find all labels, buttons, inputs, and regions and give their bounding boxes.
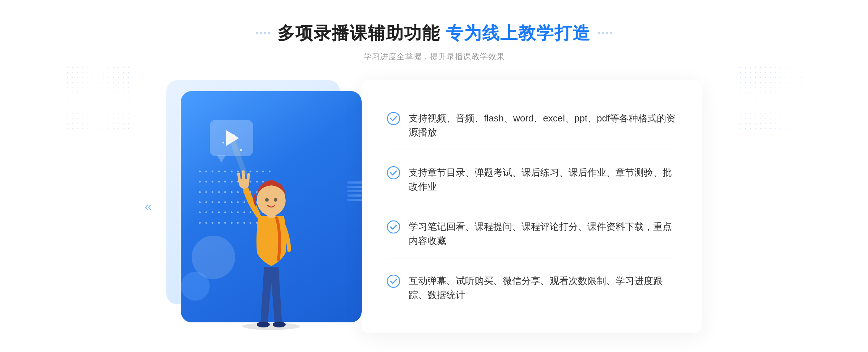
title-decorator-right: [598, 32, 612, 34]
left-arrow-deco: «: [145, 200, 152, 213]
svg-point-10: [387, 221, 400, 233]
stripe-line-2: [347, 186, 363, 188]
svg-point-2: [273, 322, 286, 327]
features-panel: 支持视频、音频、flash、word、excel、ppt、pdf等各种格式的资源…: [362, 80, 702, 333]
svg-point-6: [265, 198, 269, 202]
svg-point-8: [387, 112, 400, 125]
person-illustration: [221, 129, 322, 333]
dot-pattern-right: [738, 65, 803, 130]
feature-item-3: 学习笔记回看、课程提问、课程评论打分、课件资料下载，重点内容收藏: [387, 210, 676, 258]
check-icon-2: [387, 166, 400, 179]
svg-point-9: [387, 167, 400, 179]
feature-item-4: 互动弹幕、试听购买、微信分享、观看次数限制、学习进度跟踪、数据统计: [387, 264, 676, 312]
dot-pattern-left: [65, 65, 130, 130]
svg-point-0: [242, 323, 300, 330]
check-icon-3: [387, 220, 400, 233]
title-part1: 多项录播课辅助功能: [277, 23, 440, 43]
feature-text-4: 互动弹幕、试听购买、微信分享、观看次数限制、学习进度跟踪、数据统计: [409, 274, 676, 302]
feature-text-2: 支持章节目录、弹题考试、课后练习、课后作业、章节测验、批改作业: [409, 166, 676, 194]
page-subtitle: 学习进度全掌握，提升录播课教学效果: [256, 51, 612, 62]
feature-text-3: 学习笔记回看、课程提问、课程评论打分、课件资料下载，重点内容收藏: [409, 220, 676, 248]
svg-point-7: [274, 198, 277, 202]
title-decorator-left: [256, 32, 270, 34]
check-icon-1: [387, 112, 400, 125]
svg-point-11: [387, 275, 400, 287]
title-part2: 专为线上教学打造: [446, 23, 591, 43]
feature-item-1: 支持视频、音频、flash、word、excel、ppt、pdf等各种格式的资源…: [387, 101, 676, 150]
deco-circle-2: [181, 272, 210, 301]
check-icon-4: [387, 275, 400, 288]
stripe-line-4: [347, 194, 362, 197]
feature-item-2: 支持章节目录、弹题考试、课后练习、课后作业、章节测验、批改作业: [387, 155, 676, 204]
chevron-left-icon: «: [145, 200, 152, 213]
svg-point-1: [257, 322, 270, 327]
title-row: 多项录播课辅助功能 专为线上教学打造: [256, 22, 612, 45]
feature-text-1: 支持视频、音频、flash、word、excel、ppt、pdf等各种格式的资源…: [409, 111, 676, 139]
page-title: 多项录播课辅助功能 专为线上教学打造: [277, 22, 590, 45]
header-section: 多项录播课辅助功能 专为线上教学打造 学习进度全掌握，提升录播课教学效果: [256, 22, 612, 62]
left-illustration-panel: [166, 80, 376, 333]
page-container: 多项录播课辅助功能 专为线上教学打造 学习进度全掌握，提升录播课教学效果 «: [0, 0, 868, 352]
main-content: «: [166, 80, 702, 333]
